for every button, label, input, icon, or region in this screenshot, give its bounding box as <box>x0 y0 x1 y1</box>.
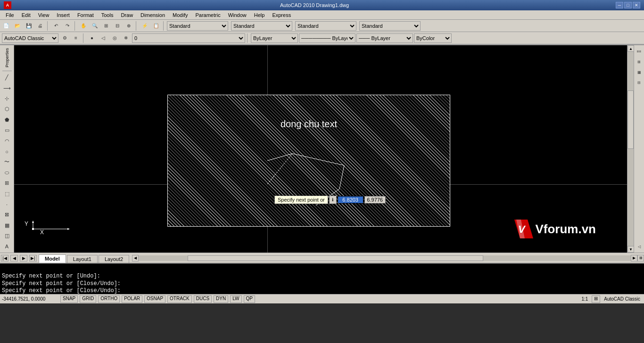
menu-parametric[interactable]: Parametric <box>191 11 224 19</box>
lw-button[interactable]: LW <box>230 295 241 303</box>
scroll-thumb-v[interactable] <box>627 90 634 149</box>
horizontal-scrollbar[interactable]: ◀ ▶ ⊞ <box>132 253 644 263</box>
menu-express[interactable]: Express <box>268 11 295 19</box>
lt-gradient-button[interactable]: ▦ <box>2 220 12 230</box>
lt-point-button[interactable]: · <box>2 199 12 209</box>
undo-button[interactable]: ↶ <box>51 21 61 31</box>
workspace-btn[interactable]: ⊞ <box>592 295 600 303</box>
menu-view[interactable]: View <box>34 11 53 19</box>
open-button[interactable]: 📂 <box>12 21 23 31</box>
hscroll-thumb[interactable] <box>188 255 483 261</box>
rp-btn1[interactable]: ≡≡ <box>634 46 644 57</box>
snap-button[interactable]: SNAP <box>60 295 78 303</box>
lt-rect-button[interactable]: ▭ <box>2 125 12 135</box>
layer-isolate-button[interactable]: ◎ <box>109 33 120 43</box>
zoom-button[interactable]: 🔍 <box>90 21 100 31</box>
scroll-up-button[interactable]: ▲ <box>627 45 634 52</box>
tab-nav-last[interactable]: ▶| <box>29 255 37 261</box>
vertical-scrollbar[interactable]: ▲ ▼ <box>627 45 634 253</box>
tab-model[interactable]: Model <box>39 254 66 263</box>
dim-style-select[interactable]: Standard <box>231 21 292 31</box>
grid-button[interactable]: GRID <box>80 295 96 303</box>
menu-draw[interactable]: Draw <box>117 11 137 19</box>
scroll-down-button[interactable]: ▼ <box>627 246 634 253</box>
tab-nav-prev[interactable]: ◀ <box>10 255 18 261</box>
menu-edit[interactable]: Edit <box>18 11 34 19</box>
tab-layout2[interactable]: Layout2 <box>99 255 129 263</box>
rp-expand-button[interactable]: ◁ <box>634 241 644 252</box>
properties-label[interactable]: Properties <box>4 46 10 69</box>
linetype-select[interactable]: ──────── ByLayer <box>299 33 355 43</box>
hscroll-left-button[interactable]: ◀ <box>132 255 139 261</box>
scroll-track-v[interactable] <box>627 52 634 246</box>
qp-button[interactable]: QP <box>244 295 255 303</box>
zoom-window-button[interactable]: ⊞ <box>101 21 111 31</box>
close-button[interactable]: ✕ <box>633 2 640 8</box>
dyn-button[interactable]: DYN <box>214 295 228 303</box>
canvas-area[interactable]: dong chu text Specify next point or ℹ Y … <box>14 45 634 253</box>
table-style-select[interactable]: Standard <box>295 21 356 31</box>
color-select[interactable]: ByLayer <box>251 33 298 43</box>
menu-help[interactable]: Help <box>250 11 269 19</box>
menu-dimension[interactable]: Dimension <box>137 11 169 19</box>
new-button[interactable]: 📄 <box>1 21 11 31</box>
layer-select[interactable]: 0 <box>132 33 245 43</box>
zoom-prev-button[interactable]: ⊟ <box>112 21 123 31</box>
lt-block-button[interactable]: ⬚ <box>2 188 12 198</box>
text-style-select[interactable]: Standard <box>167 21 228 31</box>
lt-hatch-button[interactable]: ⊠ <box>2 210 12 220</box>
menu-insert[interactable]: Insert <box>53 11 74 19</box>
lt-ray-button[interactable]: ⟶ <box>2 83 12 93</box>
pan-button[interactable]: ✋ <box>78 21 89 31</box>
lt-arc-button[interactable]: ◠ <box>2 136 12 146</box>
menu-file[interactable]: File <box>2 11 18 19</box>
otrack-button[interactable]: OTRACK <box>167 295 192 303</box>
tab-nav-first[interactable]: |◀ <box>1 255 8 261</box>
rp-btn4[interactable]: ⊟ <box>634 77 644 88</box>
save-button[interactable]: 💾 <box>24 21 34 31</box>
mleader-style-select[interactable]: Standard <box>359 21 421 31</box>
polar-button[interactable]: POLAR <box>122 295 142 303</box>
menu-window[interactable]: Window <box>224 11 250 19</box>
zoom-realtime-button[interactable]: ⊕ <box>124 21 134 31</box>
plotstyle-select[interactable]: ByColor <box>414 33 452 43</box>
layer-prev-button[interactable]: ◁ <box>98 33 108 43</box>
osnap-button[interactable]: OSNAP <box>144 295 165 303</box>
redo-button[interactable]: ↷ <box>62 21 73 31</box>
tab-layout1[interactable]: Layout1 <box>67 255 98 263</box>
workspace-settings-button[interactable]: ⚙ <box>59 33 70 43</box>
rp-btn3[interactable]: ▦ <box>634 67 644 77</box>
tooltip-distance-input[interactable] <box>338 196 363 204</box>
lt-line-button[interactable]: ╱ <box>2 73 12 82</box>
match-prop-button[interactable]: ⚡ <box>140 21 150 31</box>
lt-polygon-button[interactable]: ⬟ <box>2 115 12 125</box>
ducs-button[interactable]: DUCS <box>194 295 212 303</box>
plot-button[interactable]: 🖨 <box>35 21 45 31</box>
lt-construct-button[interactable]: ⊹ <box>2 94 12 104</box>
properties-button[interactable]: 📋 <box>151 21 161 31</box>
cmd-input[interactable] <box>123 287 642 294</box>
menu-format[interactable]: Format <box>74 11 98 19</box>
maximize-button[interactable]: □ <box>624 2 632 8</box>
layer-state-button[interactable]: ● <box>87 33 97 43</box>
minimize-button[interactable]: ─ <box>616 2 623 8</box>
menu-tools[interactable]: Tools <box>98 11 117 19</box>
menu-modify[interactable]: Modify <box>169 11 191 19</box>
tab-nav-next[interactable]: ▶ <box>20 255 27 261</box>
hscroll-right-button[interactable]: ▶ <box>631 255 637 261</box>
lt-ellipse-button[interactable]: ⬭ <box>2 168 12 178</box>
ortho-button[interactable]: ORTHO <box>98 295 120 303</box>
lt-polyline-button[interactable]: ⬡ <box>2 104 12 114</box>
lt-circle-button[interactable]: ○ <box>2 147 12 156</box>
lineweight-select[interactable]: ─── ByLayer <box>356 33 413 43</box>
lt-spline-button[interactable]: 〜 <box>2 157 12 167</box>
layer-freeze-button[interactable]: ❄ <box>121 33 131 43</box>
lt-text-button[interactable]: A <box>2 242 12 252</box>
workspace-select[interactable]: AutoCAD Classic <box>2 33 58 43</box>
lt-region-button[interactable]: ◫ <box>2 231 12 241</box>
lt-insert-button[interactable]: ⊞ <box>2 178 12 188</box>
rp-btn2[interactable]: ⊞ <box>634 57 644 67</box>
tooltip-angle-input[interactable] <box>364 196 386 204</box>
cmd-prompt[interactable]: Specify next point or [Close/Undo]: <box>0 287 644 294</box>
hscroll-track[interactable] <box>139 255 631 261</box>
